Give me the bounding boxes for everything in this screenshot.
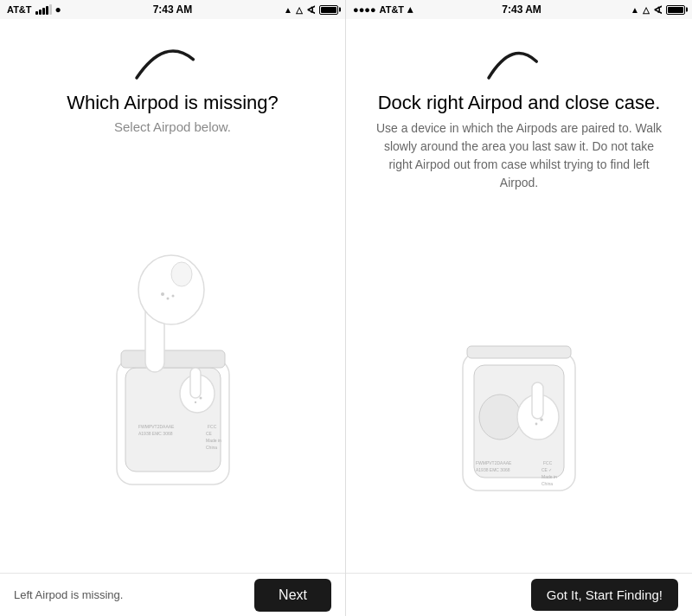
svg-point-12: [166, 297, 169, 299]
status-bar-left: AT&T ● 7:43 AM ▲ △ ∢: [0, 0, 345, 19]
left-subtitle: Select Airpod below.: [114, 119, 231, 134]
battery-left: [319, 5, 338, 15]
status-right-left: ▲ △ ∢: [284, 3, 338, 16]
svg-text:CE: CE: [206, 431, 213, 436]
svg-rect-32: [467, 346, 571, 358]
time-left: 7:43 AM: [153, 3, 193, 16]
svg-text:Made in: Made in: [206, 438, 221, 443]
left-content: Which Airpod is missing? Select Airpod b…: [0, 19, 345, 573]
svg-text:China: China: [206, 445, 217, 450]
left-title: Which Airpod is missing?: [67, 92, 279, 114]
svg-point-14: [171, 262, 192, 286]
svg-point-24: [540, 418, 543, 421]
svg-point-13: [171, 294, 174, 297]
svg-point-11: [161, 292, 164, 296]
airpods-illustration-right: FWMPVT2DAAAE A1938 EMC 3068 FCC CE ✓ Mad…: [363, 201, 675, 573]
svg-text:China: China: [541, 481, 553, 486]
svg-rect-2: [121, 350, 225, 368]
battery-right: [666, 5, 685, 15]
status-left-right: ●●●● AT&T ▴: [353, 3, 413, 16]
right-bottom-bar: Got It, Start Finding!: [346, 573, 692, 616]
carrier-text: AT&T: [7, 4, 32, 15]
status-bar-right: ●●●● AT&T ▴ 7:43 AM ▲ △ ∢: [346, 0, 692, 19]
svg-point-10: [138, 255, 204, 324]
status-left: AT&T ●: [7, 3, 61, 16]
svg-rect-16: [190, 368, 201, 398]
svg-point-18: [194, 401, 195, 402]
time-right: 7:43 AM: [502, 3, 541, 16]
svg-rect-23: [532, 382, 543, 419]
svg-text:FWMPVT2DAAAE: FWMPVT2DAAAE: [476, 460, 512, 465]
left-missing-status: Left Airpod is missing.: [14, 588, 123, 601]
airpods-illustration-left: FWMPVT2DAAAE A1938 EMC 3068 FCC CE Made …: [17, 144, 328, 573]
signal-bars: [35, 4, 52, 15]
right-screen: ●●●● AT&T ▴ 7:43 AM ▲ △ ∢ Dock right Air…: [346, 0, 692, 616]
svg-point-17: [199, 396, 202, 399]
svg-text:FWMPVT2DAAAE: FWMPVT2DAAAE: [138, 424, 175, 429]
svg-text:CE ✓: CE ✓: [541, 467, 552, 472]
svg-text:FCC: FCC: [543, 460, 553, 465]
right-content: Dock right Airpod and close case. Use a …: [346, 19, 692, 573]
carrier-name-right: AT&T: [380, 4, 405, 15]
carrier-text-right: ●●●●: [353, 4, 376, 15]
right-description: Use a device in which the Airpods are pa…: [363, 119, 675, 192]
svg-point-25: [535, 423, 538, 426]
right-title: Dock right Airpod and close case.: [378, 92, 661, 114]
svg-text:A1938 EMC 3068: A1938 EMC 3068: [138, 431, 173, 436]
svg-text:Made in: Made in: [541, 474, 557, 479]
svg-text:A1938 EMC 3068: A1938 EMC 3068: [476, 467, 510, 472]
left-bottom-bar: Left Airpod is missing. Next: [0, 573, 345, 616]
svg-text:FCC: FCC: [208, 424, 217, 429]
next-button[interactable]: Next: [254, 579, 331, 612]
arc-animation-left: [130, 33, 216, 85]
arc-animation-right: [476, 33, 562, 85]
start-finding-button[interactable]: Got It, Start Finding!: [531, 579, 678, 611]
left-screen: AT&T ● 7:43 AM ▲ △ ∢ W: [0, 0, 346, 616]
svg-point-21: [479, 395, 521, 440]
status-right-right: ▲ △ ∢: [631, 3, 685, 16]
